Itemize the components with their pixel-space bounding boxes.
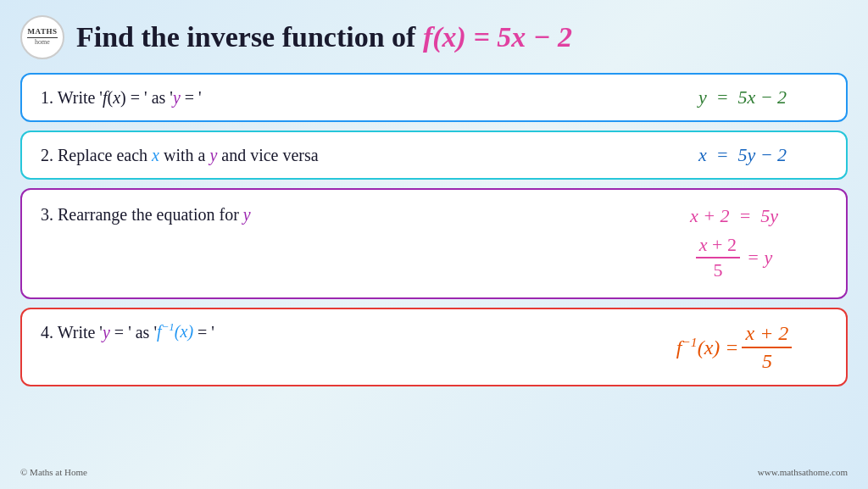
step-3-fraction: x + 2 5 (696, 234, 740, 282)
step-3-math: x + 2 = 5y x + 2 5 = y (641, 205, 827, 282)
step-4-frac-num: x + 2 (742, 321, 792, 348)
step-3-label: 3. Rearrange the equation for y (41, 205, 251, 225)
footer-copyright: © Maths at Home (20, 467, 87, 477)
main-container: MATHS home Find the inverse function of … (0, 0, 868, 489)
step-2-math: x = 5y − 2 (658, 144, 827, 166)
step-3-math-line1: x + 2 = 5y (690, 205, 778, 227)
step-3-math-line2: x + 2 5 = y (696, 234, 772, 282)
steps-container: 1. Write 'f(x) = ' as 'y = ' y = 5x − 2 … (20, 73, 848, 458)
step-2-box: 2. Replace each x with a y and vice vers… (20, 131, 848, 180)
step-4-math: f−1(x) = x + 2 5 (641, 321, 827, 374)
step-1-math: y = 5x − 2 (658, 86, 827, 108)
step-3-equals-y: = y (747, 247, 772, 269)
step-4-label: 4. Write 'y = ' as 'f−1(x) = ' (41, 321, 214, 342)
step-4-box: 4. Write 'y = ' as 'f−1(x) = ' f−1(x) = … (20, 308, 848, 387)
step-4-frac-den: 5 (759, 348, 776, 374)
step-3-box: 3. Rearrange the equation for y x + 2 = … (20, 188, 848, 299)
footer: © Maths at Home www.mathsathome.com (20, 464, 848, 477)
footer-website: www.mathsathome.com (758, 467, 848, 477)
header: MATHS home Find the inverse function of … (20, 15, 848, 59)
step-3-frac-num: x + 2 (696, 234, 740, 258)
page-title: Find the inverse function of f(x) = 5x −… (76, 21, 572, 53)
step-2-label: 2. Replace each x with a y and vice vers… (41, 146, 319, 165)
logo-maths: MATHS (28, 28, 58, 36)
step-4-math-line: f−1(x) = x + 2 5 (676, 321, 793, 374)
logo: MATHS home (20, 15, 64, 59)
title-plain-text: Find the inverse function of (76, 21, 423, 53)
step-1-label: 1. Write 'f(x) = ' as 'y = ' (41, 88, 202, 108)
step-4-f-inv: f−1(x) = (676, 335, 739, 359)
logo-home: home (35, 39, 50, 47)
title-math-text: f(x) = 5x − 2 (423, 21, 572, 53)
step-3-frac-den: 5 (709, 258, 726, 281)
step-4-fraction: x + 2 5 (742, 321, 792, 374)
step-1-box: 1. Write 'f(x) = ' as 'y = ' y = 5x − 2 (20, 73, 848, 122)
